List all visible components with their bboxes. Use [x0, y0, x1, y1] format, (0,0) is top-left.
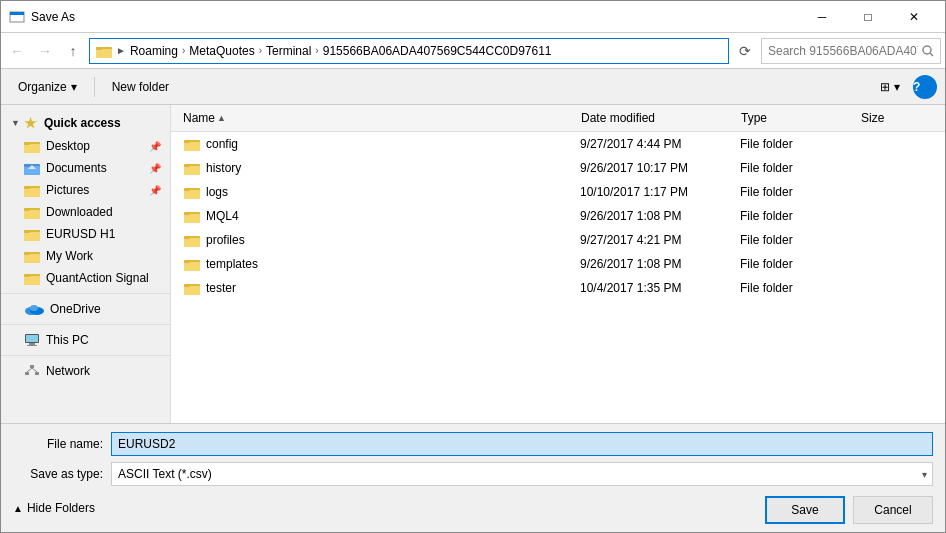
- file-size-cell: [856, 286, 936, 290]
- table-row[interactable]: history 9/26/2017 10:17 PM File folder: [171, 156, 945, 180]
- title-bar: Save As ─ □ ✕: [1, 1, 945, 33]
- new-folder-button[interactable]: New folder: [103, 74, 178, 100]
- search-input[interactable]: [768, 44, 918, 58]
- refresh-button[interactable]: ⟳: [733, 39, 757, 63]
- svg-rect-48: [184, 188, 190, 191]
- sidebar-item-network[interactable]: Network: [1, 360, 170, 382]
- path-arrow-4: ›: [315, 45, 318, 56]
- svg-line-6: [930, 53, 933, 56]
- table-row[interactable]: MQL4 9/26/2017 1:08 PM File folder: [171, 204, 945, 228]
- organize-button[interactable]: Organize ▾: [9, 74, 86, 100]
- path-segment-metaquotes: MetaQuotes: [189, 44, 254, 58]
- quantaction-folder-icon: [24, 271, 40, 285]
- file-size-cell: [856, 262, 936, 266]
- file-size-cell: [856, 142, 936, 146]
- table-row[interactable]: tester 10/4/2017 1:35 PM File folder: [171, 276, 945, 300]
- svg-rect-17: [24, 210, 40, 219]
- help-button[interactable]: ?: [913, 75, 937, 99]
- svg-rect-54: [184, 236, 190, 239]
- svg-rect-12: [24, 164, 30, 167]
- save-button[interactable]: Save: [765, 496, 845, 524]
- sidebar-item-mywork[interactable]: My Work: [1, 245, 170, 267]
- table-row[interactable]: logs 10/10/2017 1:17 PM File folder: [171, 180, 945, 204]
- table-row[interactable]: templates 9/26/2017 1:08 PM File folder: [171, 252, 945, 276]
- back-button[interactable]: ←: [5, 39, 29, 63]
- quick-access-header[interactable]: ▼ ★ Quick access: [1, 109, 170, 135]
- cancel-button[interactable]: Cancel: [853, 496, 933, 524]
- toolbar-separator: [94, 77, 95, 97]
- svg-rect-1: [10, 12, 24, 15]
- file-date-cell: 9/27/2017 4:44 PM: [576, 135, 736, 153]
- toolbar-right: ⊞ ▾ ?: [871, 74, 937, 100]
- svg-rect-9: [24, 142, 30, 145]
- up-button[interactable]: ↑: [61, 39, 85, 63]
- file-date-cell: 9/26/2017 1:08 PM: [576, 255, 736, 273]
- file-list-header: Name ▲ Date modified Type Size: [171, 105, 945, 132]
- file-type-cell: File folder: [736, 159, 856, 177]
- close-button[interactable]: ✕: [891, 1, 937, 33]
- sidebar-downloaded-label: Downloaded: [46, 205, 113, 219]
- svg-rect-42: [184, 140, 190, 143]
- forward-button[interactable]: →: [33, 39, 57, 63]
- file-name: MQL4: [206, 209, 239, 223]
- path-segment-roaming: Roaming: [130, 44, 178, 58]
- file-list: Name ▲ Date modified Type Size: [171, 105, 945, 423]
- save-label: Save: [791, 503, 818, 517]
- svg-rect-18: [24, 208, 30, 211]
- svg-rect-56: [184, 262, 200, 271]
- sidebar-item-downloaded[interactable]: Downloaded: [1, 201, 170, 223]
- file-type: File folder: [740, 209, 793, 223]
- saveastype-select[interactable]: ASCII Text (*.csv): [111, 462, 933, 486]
- svg-line-39: [32, 368, 37, 372]
- svg-point-30: [30, 305, 38, 311]
- folder-icon: [184, 161, 200, 175]
- table-row[interactable]: config 9/27/2017 4:44 PM File folder: [171, 132, 945, 156]
- header-date[interactable]: Date modified: [577, 109, 737, 127]
- header-date-label: Date modified: [581, 111, 655, 125]
- svg-rect-59: [184, 286, 200, 295]
- view-button[interactable]: ⊞ ▾: [871, 74, 909, 100]
- svg-rect-37: [35, 372, 39, 375]
- sidebar-item-documents[interactable]: Documents 📌: [1, 157, 170, 179]
- svg-rect-14: [24, 188, 40, 197]
- svg-rect-47: [184, 190, 200, 199]
- file-type: File folder: [740, 233, 793, 247]
- svg-rect-53: [184, 238, 200, 247]
- dialog-title: Save As: [31, 10, 799, 24]
- table-row[interactable]: profiles 9/27/2017 4:21 PM File folder: [171, 228, 945, 252]
- address-path[interactable]: ► Roaming › MetaQuotes › Terminal › 9155…: [89, 38, 729, 64]
- header-name[interactable]: Name ▲: [179, 109, 577, 127]
- bottom-buttons: Save Cancel: [765, 492, 933, 524]
- folder-icon: [184, 137, 200, 151]
- eurusd-folder-icon: [24, 227, 40, 241]
- sidebar-item-thispc[interactable]: This PC: [1, 329, 170, 351]
- help-icon: ?: [913, 80, 920, 94]
- header-type[interactable]: Type: [737, 109, 857, 127]
- sidebar-item-quantaction[interactable]: QuantAction Signal: [1, 267, 170, 289]
- filename-input[interactable]: [111, 432, 933, 456]
- new-folder-label: New folder: [112, 80, 169, 94]
- sidebar-item-pictures[interactable]: Pictures 📌: [1, 179, 170, 201]
- minimize-button[interactable]: ─: [799, 1, 845, 33]
- sidebar-item-eurusd[interactable]: EURUSD H1: [1, 223, 170, 245]
- svg-rect-57: [184, 260, 190, 263]
- file-date-cell: 9/26/2017 1:08 PM: [576, 207, 736, 225]
- hide-folders-label: Hide Folders: [27, 501, 95, 515]
- header-size-label: Size: [861, 111, 884, 125]
- sidebar-item-desktop[interactable]: Desktop 📌: [1, 135, 170, 157]
- header-size[interactable]: Size: [857, 109, 937, 127]
- maximize-button[interactable]: □: [845, 1, 891, 33]
- window-controls: ─ □ ✕: [799, 1, 937, 33]
- file-name-cell: history: [180, 159, 576, 177]
- svg-rect-32: [26, 335, 38, 342]
- hide-folders-button[interactable]: ▲ Hide Folders: [13, 501, 95, 515]
- svg-rect-44: [184, 166, 200, 175]
- quick-access-chevron: ▼: [11, 118, 20, 128]
- file-name-cell: config: [180, 135, 576, 153]
- file-date: 9/26/2017 1:08 PM: [580, 209, 681, 223]
- sidebar-item-onedrive[interactable]: OneDrive: [1, 298, 170, 320]
- file-name: profiles: [206, 233, 245, 247]
- pictures-pin-icon: 📌: [149, 185, 161, 196]
- file-date: 10/4/2017 1:35 PM: [580, 281, 681, 295]
- header-name-label: Name: [183, 111, 215, 125]
